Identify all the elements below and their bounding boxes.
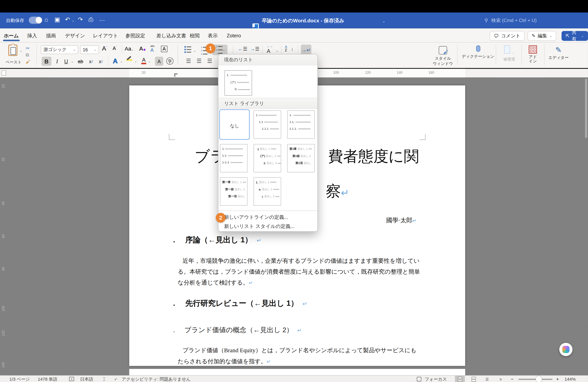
language-indicator[interactable]: 日本語 <box>80 376 93 382</box>
underline-button[interactable]: U <box>62 57 70 66</box>
text-effects-button[interactable]: A◆ <box>139 45 146 52</box>
list-style-dash[interactable]: 1 1-1 1-1-1 <box>220 144 248 172</box>
share-button[interactable]: ⇱ 共有 ⌄ <box>562 31 588 41</box>
tab-zotero[interactable]: Zotero <box>227 31 241 41</box>
print-icon[interactable]: ⎙ <box>88 17 93 23</box>
print-layout-view-button[interactable] <box>455 376 465 382</box>
decrease-indent-button[interactable]: ←☰ <box>238 46 247 52</box>
tab-design[interactable]: デザイン <box>65 31 85 41</box>
zoom-out-button[interactable]: − <box>511 376 513 382</box>
editor-button[interactable]: ✎ エディター <box>547 45 570 61</box>
list-style-heading-num[interactable]: 1見出し 1 (ア)見出し 2 ①見出し 3 <box>253 144 281 172</box>
sort-button[interactable]: AZ <box>285 45 287 52</box>
tab-home[interactable]: ホーム <box>4 31 19 41</box>
title-chevron-icon[interactable]: ⌄ <box>382 18 385 24</box>
grow-font-button[interactable]: Aˆ <box>102 45 107 52</box>
spellcheck-icon[interactable]: x <box>69 377 74 381</box>
wordart-styles-button[interactable]: A <box>111 57 119 66</box>
enclose-characters-button[interactable]: 字 <box>166 57 173 64</box>
search-icon[interactable]: ⚲ <box>484 17 488 23</box>
tab-draw[interactable]: 描画 <box>46 31 56 41</box>
tab-layout[interactable]: レイアウト <box>93 31 118 41</box>
redo-icon[interactable]: ↷ <box>78 17 83 23</box>
paste-chevron-icon[interactable]: ⌄ <box>20 49 22 53</box>
font-size-combo[interactable]: 16⌄ <box>80 45 99 54</box>
list-style-alpha[interactable]: 1.見出し 1 a.見出し 2 i.見出し 3 <box>253 177 281 206</box>
zoom-slider[interactable] <box>518 379 552 380</box>
list-style-dai1sho[interactable]: 第1章見出し 1 第1節見出し 2 第1項見出し <box>287 144 315 172</box>
character-border-button[interactable]: A <box>161 46 167 52</box>
paste-button[interactable] <box>8 44 18 56</box>
autosave-toggle[interactable] <box>29 17 42 24</box>
bullets-button[interactable] <box>184 46 191 53</box>
undo-chevron-icon[interactable]: ⌄ <box>72 19 74 22</box>
addins-button[interactable]: アドイン <box>525 45 541 63</box>
font-color-button[interactable]: A <box>141 57 146 64</box>
tab-view[interactable]: 表示 <box>208 31 218 41</box>
define-new-outline-menu-item[interactable]: 新しいアウトラインの定義... <box>218 213 318 222</box>
tab-review[interactable]: 校閲 <box>190 31 200 41</box>
align-left-button[interactable]: ☰ <box>186 57 193 64</box>
font-name-combo[interactable]: 游ゴシック⌄ <box>41 45 78 54</box>
character-spacing-button[interactable]: ←→A <box>267 44 273 54</box>
style-window-button[interactable]: 🖌 スタイル ウィンドウ <box>431 46 455 66</box>
list-style-numeric[interactable]: 1 1.1 1.1.1 <box>253 110 281 139</box>
zoom-in-button[interactable]: + <box>556 376 559 382</box>
highlight-chevron-icon[interactable]: ⌄ <box>135 60 137 63</box>
define-new-list-style-menu-item[interactable]: 新しいリスト スタイルの定義... <box>218 222 318 231</box>
increase-indent-button[interactable]: →☰ <box>250 46 260 52</box>
copilot-button[interactable] <box>559 343 572 356</box>
tab-insert[interactable]: 挿入 <box>27 31 37 41</box>
list-style-none[interactable]: なし <box>219 109 250 140</box>
character-shading-button[interactable]: A <box>155 57 163 66</box>
format-painter-icon[interactable]: 🖌 <box>26 59 30 64</box>
outline-view-button[interactable]: ☰ <box>482 376 492 382</box>
page-2[interactable] <box>129 369 465 375</box>
current-list-thumbnail[interactable]: 1. (ア) ① <box>224 70 252 95</box>
zoom-level[interactable]: 144% <box>565 376 576 382</box>
cut-icon[interactable]: ✂ <box>26 45 30 51</box>
list-style-numeric-dot[interactable]: 1. 1.1. 1.1.1. <box>287 110 315 139</box>
focus-mode-button[interactable]: フォーカス <box>425 376 447 382</box>
list-style-daiissho[interactable]: 第一章見出し 1 第一節見出し 2 第一項見出し <box>220 177 248 206</box>
indent-marker[interactable] <box>174 73 178 77</box>
sensitivity-button[interactable]: ⌄ 秘密度 <box>499 45 520 62</box>
subscript-button[interactable]: x2 <box>87 57 95 66</box>
formatting-marks-button[interactable]: →↵ <box>301 44 311 55</box>
word-count[interactable]: 1478 単語 <box>38 376 57 382</box>
tab-mailings[interactable]: 差し込み文書 <box>157 31 186 41</box>
editing-mode-button[interactable]: ✎ 編集 ⌄ <box>527 31 556 41</box>
font-color-chevron-icon[interactable]: ⌄ <box>148 60 151 63</box>
vertical-ruler[interactable]: 20 20 40 60 80 100 120 140 <box>0 77 6 375</box>
strikethrough-button[interactable]: ab <box>76 57 85 66</box>
more-commands-icon[interactable]: … <box>99 16 106 22</box>
underline-chevron-icon[interactable]: ⌄ <box>71 60 74 63</box>
italic-button[interactable]: I <box>53 57 61 66</box>
zoom-slider-knob[interactable] <box>536 376 542 382</box>
tab-selector[interactable] <box>1 70 6 75</box>
highlight-button[interactable] <box>126 57 132 61</box>
text-select-icon[interactable]: ⌶ <box>103 376 105 382</box>
align-right-button[interactable]: ☰ <box>207 57 212 64</box>
web-layout-view-button[interactable] <box>469 376 479 382</box>
accessibility-icon[interactable]: ✓ <box>114 376 118 382</box>
wordart-chevron-icon[interactable]: ⌄ <box>120 60 123 63</box>
save-icon[interactable]: ▣ <box>54 17 60 23</box>
home-icon[interactable]: ⌂ <box>44 17 48 23</box>
undo-icon[interactable]: ↶ <box>65 17 70 23</box>
superscript-button[interactable]: x2 <box>97 57 105 66</box>
change-case-button[interactable]: Aa⌄ <box>125 46 134 52</box>
spacing-chevron-icon[interactable]: ⌄ <box>276 49 278 53</box>
copy-icon[interactable]: ⧉ <box>26 52 29 57</box>
search-input[interactable]: 検索 (Cmd + Ctrl + U) <box>491 17 537 24</box>
bullets-chevron-icon[interactable]: ⌄ <box>193 49 196 53</box>
draft-view-button[interactable]: ≡ <box>496 376 506 382</box>
dictation-button[interactable]: ディクテーション <box>462 45 494 59</box>
comments-button[interactable]: 🗩 コメント <box>490 31 525 41</box>
page-indicator[interactable]: 1/3 ページ <box>10 376 30 382</box>
vertical-scrollbar-thumb[interactable] <box>585 79 587 138</box>
shrink-font-button[interactable]: Aˇ <box>113 45 117 51</box>
bold-button[interactable]: B <box>42 57 52 66</box>
align-center-button[interactable]: ☰ <box>197 57 202 64</box>
phonetic-guide-button[interactable]: abcA <box>150 44 155 53</box>
